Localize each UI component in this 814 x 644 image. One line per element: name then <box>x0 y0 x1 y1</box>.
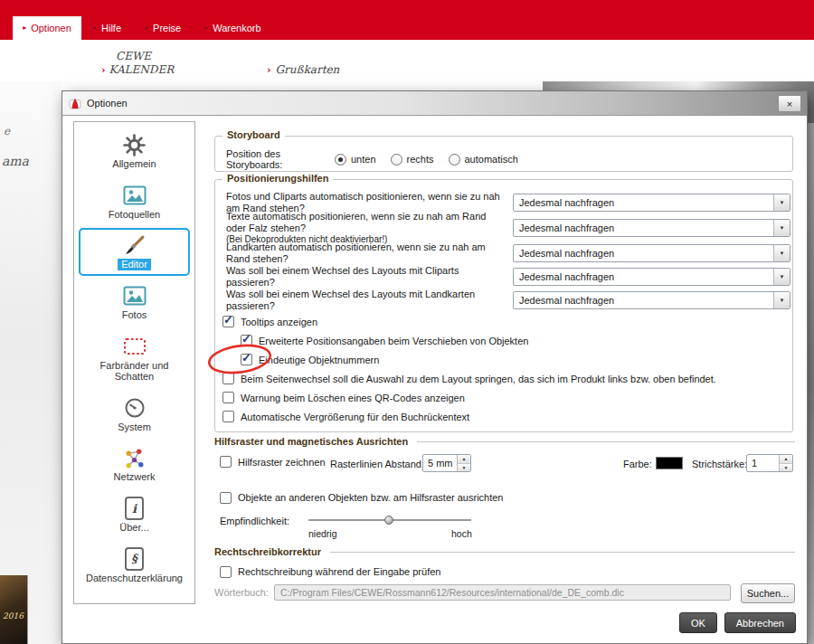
checkbox-row-objektnummern: ✓ Eindeutige Objektnummern <box>215 350 792 369</box>
radio-unten[interactable]: unten <box>335 154 376 166</box>
stepper-value: 5 mm <box>423 455 457 471</box>
brand-logo: CEWE › KALENDER <box>101 50 174 76</box>
brand-line2: KALENDER <box>109 63 174 76</box>
dropdown-value: Jedesmal nachfragen <box>514 295 773 306</box>
sidebar-item-ueber[interactable]: i Über... <box>79 491 190 539</box>
radio-rechts[interactable]: rechts <box>391 154 434 166</box>
radio-button[interactable] <box>391 154 402 166</box>
checkbox[interactable]: ✓ <box>241 335 252 346</box>
menu-item-label: Warenkorb <box>213 23 260 33</box>
dictionary-label: Wörterbuch: <box>214 587 269 598</box>
menu-item-warenkorb[interactable]: ▸ Warenkorb <box>193 16 272 40</box>
settings-sidebar: Allgemein Fotoquellen <box>73 121 195 604</box>
checkbox-label: Tooltips anzeigen <box>241 317 317 327</box>
image-icon <box>123 184 147 207</box>
check-icon: ✓ <box>241 332 251 346</box>
stepper-down-icon[interactable]: ▼ <box>780 463 792 472</box>
checkbox-row-rechtschreibung: ✓ Rechtschreibung während der Eingabe pr… <box>220 563 440 581</box>
group-storyboard: Storyboard Position des Storyboards: unt… <box>214 136 793 172</box>
sidebar-item-datenschutz[interactable]: § Datenschutzerklärung <box>79 542 190 590</box>
cancel-button[interactable]: Abbrechen <box>724 612 796 633</box>
checkbox-row-positionsangaben: ✓ Erweiterte Positionsangaben beim Versc… <box>215 331 792 350</box>
dictionary-path-field: C:/Program Files/CEWE/Rossmann612/Resour… <box>274 584 731 601</box>
dropdown-texte[interactable]: Jedesmal nachfragen ▼ <box>513 219 790 237</box>
slider-min-label: niedrig <box>308 528 337 539</box>
sidebar-item-farbraender[interactable]: Farbränder und Schatten <box>79 329 190 388</box>
checkbox-label: Rechtschreibung während der Eingabe prüf… <box>238 566 440 577</box>
browse-button[interactable]: Suchen... <box>741 583 795 603</box>
sidebar-item-editor[interactable]: Editor <box>79 228 190 276</box>
sidebar-item-netzwerk[interactable]: Netzwerk <box>79 440 190 488</box>
radio-label: rechts <box>407 154 434 165</box>
checkbox[interactable]: ✓ <box>220 566 232 578</box>
group-hilfsraster: Hilfsraster und magnetisches Ausrichten … <box>214 436 795 541</box>
chevron-down-icon: ▼ <box>780 274 785 279</box>
close-button[interactable]: × <box>778 95 801 112</box>
dropdown-layout-cliparts[interactable]: Jedesmal nachfragen ▼ <box>513 268 790 286</box>
radio-button[interactable] <box>449 154 460 166</box>
menu-item-hilfe[interactable]: ▸ Hilfe <box>81 16 133 40</box>
stroke-label: Strichstärke: <box>692 459 747 469</box>
checkbox-row-hilfsraster: ✓ Hilfsraster zeichnen <box>220 456 326 468</box>
checkbox[interactable]: ✓ <box>220 492 232 504</box>
checkbox[interactable]: ✓ <box>222 316 234 327</box>
radio-button[interactable] <box>335 154 346 166</box>
setting-row: Landkarten automatisch positionieren, we… <box>215 242 792 265</box>
sensitivity-slider[interactable] <box>308 514 471 526</box>
checkbox-row-buchruecken: ✓ Automatische Vergrößerung für den Buch… <box>215 407 792 426</box>
spacing-label: Rasterlinien Abstand: <box>330 459 424 469</box>
stepper-up-icon[interactable]: ▲ <box>458 455 470 463</box>
gear-icon <box>123 133 146 156</box>
dropdown-arrow-button[interactable]: ▼ <box>773 269 790 285</box>
setting-row: Texte automatisch positionieren, wenn si… <box>215 214 792 242</box>
checkbox[interactable]: ✓ <box>220 456 232 468</box>
chevron-icon: › <box>267 64 270 76</box>
dropdown-arrow-button[interactable]: ▼ <box>773 220 790 236</box>
slider-max-label: hoch <box>451 528 472 539</box>
menu-triangle-icon: ▸ <box>145 24 148 32</box>
dialog-titlebar[interactable]: Optionen × <box>62 91 807 116</box>
checkbox[interactable]: ✓ <box>222 392 234 403</box>
setting-row: Was soll bei einem Wechsel des Layouts m… <box>215 289 792 312</box>
dropdown-value: Jedesmal nachfragen <box>514 271 773 282</box>
checkbox-label: Beim Seitenwechsel soll die Auswahl zu d… <box>241 374 716 384</box>
checkbox[interactable]: ✓ <box>241 354 252 365</box>
group-positionierungshilfen: Positionierungshilfen Fotos und Cliparts… <box>214 179 793 432</box>
checkbox-row-ausrichten: ✓ Objekte an anderen Objekten bzw. am Hi… <box>220 488 503 507</box>
tab-optionen[interactable]: ▸ Optionen <box>13 16 81 40</box>
color-swatch[interactable] <box>656 457 683 469</box>
ok-button[interactable]: OK <box>679 612 717 633</box>
spacing-stepper[interactable]: 5 mm ▲ ▼ <box>422 454 471 472</box>
slider-thumb[interactable] <box>384 516 393 525</box>
radio-automatisch[interactable]: automatisch <box>449 154 518 166</box>
dropdown-arrow-button[interactable]: ▼ <box>773 245 790 261</box>
dropdown-arrow-button[interactable]: ▼ <box>773 194 790 211</box>
network-icon <box>123 446 146 469</box>
checkbox-label: Eindeutige Objektnummern <box>259 355 379 365</box>
dropdown-value: Jedesmal nachfragen <box>514 248 773 259</box>
dropdown-fotos-cliparts[interactable]: Jedesmal nachfragen ▼ <box>513 194 790 212</box>
menu-item-preise[interactable]: ▸ Preise <box>133 16 193 40</box>
setting-label: Texte automatisch positionieren, wenn si… <box>226 211 508 245</box>
sidebar-item-label: Allgemein <box>112 158 156 170</box>
checkbox[interactable]: ✓ <box>222 373 234 384</box>
chevron-down-icon: ▼ <box>780 225 785 231</box>
menu-triangle-icon: ▸ <box>23 24 26 32</box>
checkbox-label: Objekte an anderen Objekten bzw. am Hilf… <box>238 492 503 503</box>
stroke-stepper[interactable]: 1 ▲ ▼ <box>746 454 793 472</box>
dropdown-landkarten[interactable]: Jedesmal nachfragen ▼ <box>513 244 790 262</box>
sidebar-item-fotoquellen[interactable]: Fotoquellen <box>79 178 190 226</box>
stepper-down-icon[interactable]: ▼ <box>458 463 470 472</box>
dashed-frame-icon <box>123 335 147 358</box>
sidebar-item-fotos[interactable]: Fotos <box>79 279 190 327</box>
checkbox[interactable]: ✓ <box>222 411 234 422</box>
sidebar-item-system[interactable]: System <box>79 391 190 439</box>
menu-item-label: Preise <box>153 23 181 33</box>
group-title: Rechtschreibkorrektur <box>214 546 795 557</box>
sidebar-item-label: Datenschutzerklärung <box>86 573 183 584</box>
dropdown-layout-landkarten[interactable]: Jedesmal nachfragen ▼ <box>513 291 790 309</box>
dropdown-arrow-button[interactable]: ▼ <box>773 292 790 308</box>
top-red-bar <box>0 0 814 16</box>
stepper-up-icon[interactable]: ▲ <box>780 455 792 463</box>
sidebar-item-allgemein[interactable]: Allgemein <box>79 128 190 175</box>
